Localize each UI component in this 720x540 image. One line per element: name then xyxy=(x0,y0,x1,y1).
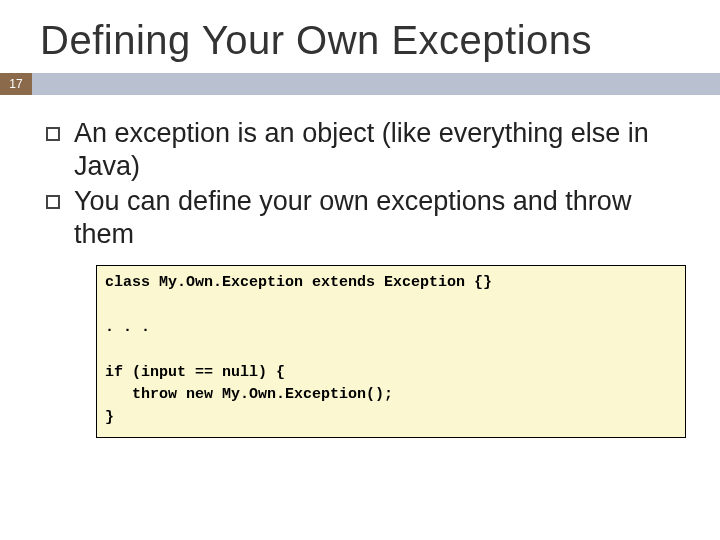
divider-bar: 17 xyxy=(0,73,720,95)
bullet-item: An exception is an object (like everythi… xyxy=(40,117,692,183)
code-block: class My.Own.Exception extends Exception… xyxy=(96,265,686,439)
slide: Defining Your Own Exceptions 17 An excep… xyxy=(0,0,720,540)
bullet-item: You can define your own exceptions and t… xyxy=(40,185,692,251)
bullet-list: An exception is an object (like everythi… xyxy=(40,117,692,251)
slide-title: Defining Your Own Exceptions xyxy=(0,0,720,73)
page-number: 17 xyxy=(0,73,32,95)
accent-bar xyxy=(32,73,720,95)
content-area: An exception is an object (like everythi… xyxy=(0,95,720,438)
